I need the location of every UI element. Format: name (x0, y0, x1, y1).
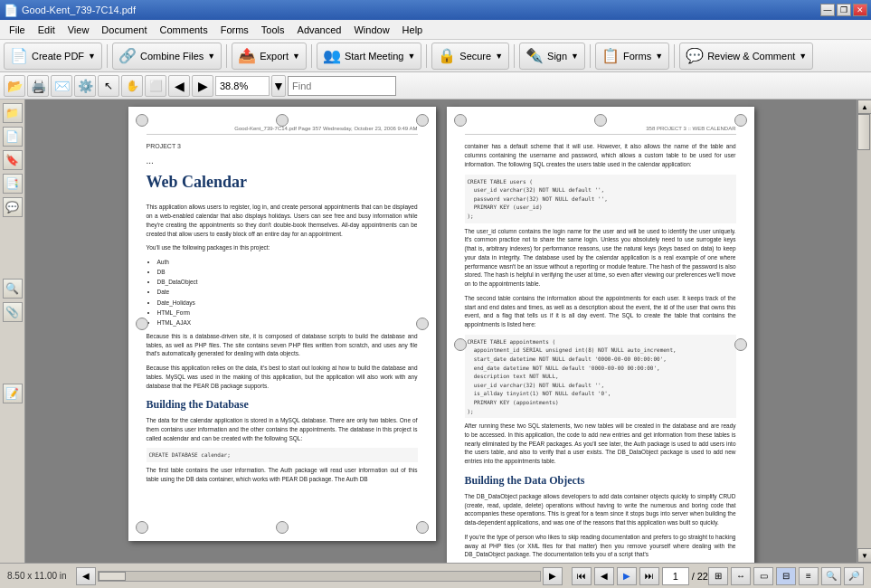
zoom-display: 38.8% (215, 76, 270, 96)
menu-window[interactable]: Window (348, 21, 394, 39)
search-input[interactable] (292, 81, 392, 91)
menu-document[interactable]: Document (96, 21, 152, 39)
search-box[interactable] (288, 76, 396, 96)
page-input[interactable]: 1 (662, 567, 689, 585)
sign-button[interactable]: ✒️ Sign ▼ (519, 43, 585, 70)
continuous-button[interactable]: ≡ (799, 567, 819, 585)
app-icon: 📄 (4, 4, 18, 17)
package-date-holidays: Date_Holidays (157, 299, 418, 307)
menu-help[interactable]: Help (397, 21, 429, 39)
open-button[interactable]: 📂 (4, 75, 25, 97)
pdf-page-2: 358 PROJECT 3 :: WEB CALENDAR container … (447, 107, 754, 563)
zoom-out-button[interactable]: 🔍 (821, 567, 841, 585)
close-button[interactable]: ✕ (853, 4, 867, 16)
scroll-thumb[interactable] (857, 114, 870, 150)
email-button[interactable]: ✉️ (51, 75, 72, 97)
h-scroll-left[interactable]: ◀ (76, 567, 96, 585)
sep6 (590, 44, 591, 68)
page2-body2: The second table contains the informatio… (465, 294, 736, 329)
cursor-tool[interactable]: ↖ (98, 75, 119, 97)
packages-list: Auth DB DB_DataObject Date Date_Holidays… (157, 258, 418, 327)
right-scrollbar[interactable]: ▲ ▼ (857, 100, 871, 563)
project-label: PROJECT 3 (147, 142, 418, 151)
sql1-code: CREATE TABLE users ( user_id varchar(32)… (465, 175, 736, 223)
sidebar-open-icon[interactable]: 📁 (3, 103, 23, 123)
menu-file[interactable]: File (4, 21, 31, 39)
sidebar-attach-icon[interactable]: 📎 (3, 302, 23, 322)
package-db-dataobject: DB_DataObject (157, 278, 418, 286)
review-label: Review & Comment (707, 51, 795, 62)
sidebar-comments-icon[interactable]: 💬 (3, 197, 23, 217)
next-page-btn[interactable]: ▶ (192, 75, 213, 97)
restore-button[interactable]: ❐ (837, 4, 851, 16)
create-pdf-button[interactable]: 📄 Create PDF ▼ (4, 43, 102, 70)
marker-br (416, 521, 429, 534)
db-code: CREATE DATABASE calendar; (147, 448, 418, 462)
zoom-in-button[interactable]: 🔎 (844, 567, 864, 585)
fit-width-button[interactable]: ↔ (731, 567, 751, 585)
sidebar-pages-icon[interactable]: 📄 (3, 127, 23, 147)
select-tool[interactable]: ⬜ (145, 75, 166, 97)
create-pdf-icon: 📄 (10, 47, 28, 64)
section2-title: Building the Data Objects (465, 473, 736, 488)
sql2-content: CREATE TABLE appointments ( appointment_… (468, 337, 734, 415)
menu-forms[interactable]: Forms (215, 21, 254, 39)
total-pages: 22 (697, 571, 708, 582)
main-area: 📁 📄 🔖 📑 💬 🔍 📎 📝 Good-Kent_739-7C14.pdf P (0, 100, 871, 563)
prev-page-button[interactable]: ◀ (594, 567, 614, 585)
page-title: Web Calendar (147, 171, 418, 194)
menu-edit[interactable]: Edit (33, 21, 61, 39)
last-page-button[interactable]: ⏭ (639, 567, 659, 585)
sep1 (107, 44, 108, 68)
tools-btn[interactable]: ⚙️ (74, 75, 96, 97)
hand-tool[interactable]: ✋ (121, 75, 143, 97)
marker-bm (276, 521, 289, 534)
menu-tools[interactable]: Tools (256, 21, 290, 39)
toolbar2: 📂 🖨️ ✉️ ⚙️ ↖ ✋ ⬜ ◀ ▶ 38.8% ▼ (0, 72, 871, 100)
page2-body3: After running these two SQL statements, … (465, 422, 736, 466)
first-page-button[interactable]: ⏮ (572, 567, 592, 585)
review-comment-button[interactable]: 💬 Review & Comment ▼ (679, 43, 813, 70)
package-db: DB (157, 268, 418, 276)
combine-files-button[interactable]: 🔗 Combine Files ▼ (112, 43, 222, 70)
scroll-up-button[interactable]: ▲ (857, 100, 871, 114)
menu-view[interactable]: View (62, 21, 95, 39)
fit-page-button[interactable]: ⊞ (708, 567, 728, 585)
menu-comments[interactable]: Comments (155, 21, 213, 39)
scroll-track[interactable] (857, 114, 871, 548)
forms-label: Forms (623, 51, 651, 62)
sidebar-layers-icon[interactable]: 📑 (3, 174, 23, 194)
forms-button[interactable]: 📋 Forms ▼ (595, 43, 669, 70)
export-icon: 📤 (238, 47, 256, 64)
left-sidebar: 📁 📄 🔖 📑 💬 🔍 📎 📝 (0, 100, 25, 563)
zoom-dropdown[interactable]: ▼ (271, 75, 286, 97)
db-body: The data for the calendar application is… (147, 416, 418, 442)
page2-header: 358 PROJECT 3 :: WEB CALENDAR (465, 125, 736, 135)
page2-content: container has a default scheme that it w… (465, 142, 736, 559)
sidebar-note-icon[interactable]: 📝 (3, 384, 23, 403)
prev-page-btn[interactable]: ◀ (168, 75, 190, 97)
start-meeting-label: Start Meeting (345, 51, 403, 62)
combine-arrow: ▼ (207, 52, 215, 61)
package-auth: Auth (157, 258, 418, 266)
sidebar-bookmarks-icon[interactable]: 🔖 (3, 150, 23, 170)
sep5 (514, 44, 515, 68)
review-arrow: ▼ (799, 52, 807, 61)
secure-button[interactable]: 🔒 Secure ▼ (431, 43, 509, 70)
menu-advanced[interactable]: Advanced (292, 21, 347, 39)
start-meeting-button[interactable]: 👥 Start Meeting ▼ (317, 43, 421, 70)
single-page-button[interactable]: ▭ (753, 567, 773, 585)
scroll-down-button[interactable]: ▼ (857, 548, 871, 563)
two-page-button[interactable]: ⊟ (776, 567, 796, 585)
page-separator: / (692, 571, 695, 582)
page1-content: PROJECT 3 ... Web Calendar This applicat… (147, 142, 418, 483)
print-button[interactable]: 🖨️ (27, 75, 49, 97)
package-date: Date (157, 288, 418, 296)
next-page-nav-button[interactable]: ▶ (617, 567, 637, 585)
h-scroll-right[interactable]: ▶ (543, 567, 563, 585)
sidebar-search-icon[interactable]: 🔍 (3, 279, 23, 299)
export-button[interactable]: 📤 Export ▼ (232, 43, 307, 70)
minimize-button[interactable]: — (820, 4, 835, 16)
package-html-ajax: HTML_AJAX (157, 318, 418, 327)
body-text-1: This application allows users to registe… (147, 203, 418, 238)
